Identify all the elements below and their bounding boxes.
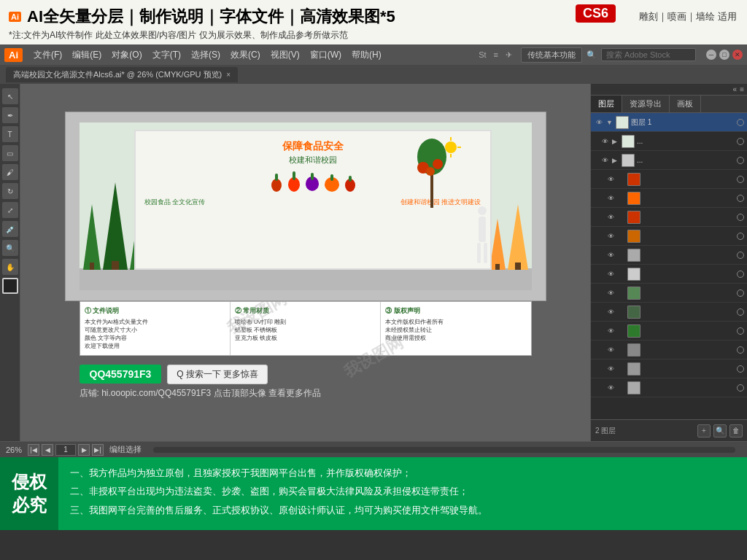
layer-item[interactable]: 👁 xyxy=(591,378,747,397)
document-tab[interactable]: 高端校园文化墙源文件Alcs6.ai* @ 26% (CMYK/GPU 预览) … xyxy=(6,67,238,82)
tab-layers[interactable]: 图层 xyxy=(591,96,622,112)
menu-effect[interactable]: 效果(C) xyxy=(225,44,266,65)
first-page-button[interactable]: |◀ xyxy=(28,444,39,456)
layer-target-circle[interactable] xyxy=(737,233,744,240)
pen-tool[interactable]: ✒ xyxy=(2,107,18,123)
layer-visibility-icon[interactable]: 👁 xyxy=(605,383,616,393)
layer-target-circle[interactable] xyxy=(737,138,744,145)
brush-tool[interactable]: 🖌 xyxy=(2,164,18,180)
layer-item[interactable]: 👁 ▼ 图层 1 xyxy=(591,113,747,132)
info-box-copyright: ③ 版权声明 本文件版权归作者所有 未经授权禁止转让 商业使用需授权 xyxy=(381,302,530,355)
layer-visibility-icon[interactable]: 👁 xyxy=(605,193,616,203)
layer-visibility-icon[interactable]: 👁 xyxy=(600,155,610,166)
svg-rect-29 xyxy=(349,176,352,182)
fill-color[interactable] xyxy=(2,278,18,294)
layer-visibility-icon[interactable]: 👁 xyxy=(600,136,610,147)
tab-label: 高端校园文化墙源文件Alcs6.ai* @ 26% (CMYK/GPU 预览) xyxy=(13,69,222,80)
workspace-button[interactable]: 传统基本功能 xyxy=(521,47,582,63)
panel-menu-btn[interactable]: ≡ xyxy=(740,85,744,93)
layers-count-label: 2 图层 xyxy=(595,426,616,436)
layer-target-circle[interactable] xyxy=(737,119,744,126)
layer-visibility-icon[interactable]: 👁 xyxy=(594,117,604,128)
layer-visibility-icon[interactable]: 👁 xyxy=(605,212,616,222)
eyedropper-tool[interactable]: 💉 xyxy=(2,221,18,237)
layer-item[interactable]: 👁 ▶ ... xyxy=(591,132,747,151)
svg-rect-32 xyxy=(477,243,481,263)
next-page-button[interactable]: ▶ xyxy=(78,444,90,456)
menu-text[interactable]: 文字(T) xyxy=(147,44,186,65)
layer-target-circle[interactable] xyxy=(737,157,744,164)
menu-window[interactable]: 窗口(W) xyxy=(305,44,347,65)
qq-badge: QQ455791F3 xyxy=(80,365,162,384)
maximize-button[interactable]: □ xyxy=(719,50,729,60)
minimize-button[interactable]: ─ xyxy=(706,50,716,60)
layer-visibility-icon[interactable]: 👁 xyxy=(605,269,616,279)
layer-item[interactable]: 👁 xyxy=(591,303,747,322)
menu-edit[interactable]: 编辑(E) xyxy=(67,44,107,65)
delete-layer-button[interactable]: 🗑 xyxy=(729,424,743,438)
layer-target-circle[interactable] xyxy=(737,346,744,354)
text-tool[interactable]: T xyxy=(2,126,18,142)
layer-visibility-icon[interactable]: 👁 xyxy=(605,326,616,336)
panel-collapse-btn[interactable]: « xyxy=(733,85,738,93)
layer-visibility-icon[interactable]: 👁 xyxy=(605,345,616,355)
search-qq-button[interactable]: Q 搜索一下 更多惊喜 xyxy=(167,365,268,384)
layer-expand-icon[interactable]: ▶ xyxy=(612,138,619,145)
layer-target-circle[interactable] xyxy=(737,327,744,335)
layer-target-circle[interactable] xyxy=(737,308,744,316)
menu-select[interactable]: 选择(S) xyxy=(186,44,225,65)
layer-item[interactable]: 👁 xyxy=(591,284,747,303)
layer-item[interactable]: 👁 xyxy=(591,246,747,265)
page-navigation: |◀ ◀ ▶ ▶| xyxy=(28,444,104,456)
layer-item[interactable]: 👁 xyxy=(591,227,747,246)
zoom-tool[interactable]: 🔍 xyxy=(2,240,18,256)
close-button[interactable]: ✕ xyxy=(732,50,743,60)
layer-visibility-icon[interactable]: 👁 xyxy=(605,250,616,260)
layers-list[interactable]: 👁 ▼ 图层 1 👁 ▶ ... 👁 ▶ ... xyxy=(591,113,747,419)
tab-close-button[interactable]: × xyxy=(226,71,231,79)
layer-item[interactable]: 👁 ▶ ... xyxy=(591,151,747,170)
menu-object[interactable]: 对象(O) xyxy=(107,44,147,65)
layer-visibility-icon[interactable]: 👁 xyxy=(605,364,616,374)
selection-tool[interactable]: ↖ xyxy=(2,88,18,104)
layer-target-circle[interactable] xyxy=(737,176,744,183)
prev-page-button[interactable]: ◀ xyxy=(42,444,53,456)
menu-view[interactable]: 视图(V) xyxy=(266,44,305,65)
h-scrollbar[interactable] xyxy=(153,447,735,453)
stock-search-input[interactable] xyxy=(601,48,696,61)
layer-item[interactable]: 👁 xyxy=(591,189,747,208)
top-header: Ai AI全矢量分层｜制作说明｜字体文件｜高清效果图*5 *注:文件为AI软件制… xyxy=(0,0,747,44)
rotate-tool[interactable]: ↻ xyxy=(2,183,18,199)
page-number-input[interactable] xyxy=(55,444,76,456)
tab-artboard[interactable]: 画板 xyxy=(670,96,701,112)
layer-item[interactable]: 👁 xyxy=(591,322,747,341)
canvas-area[interactable]: 我设图网 我设图网 我设图网 我设图网 我设图网 我设图网 xyxy=(20,84,590,441)
layer-visibility-icon[interactable]: 👁 xyxy=(605,307,616,317)
layer-target-circle[interactable] xyxy=(737,252,744,259)
layer-item[interactable]: 👁 xyxy=(591,265,747,284)
layer-item[interactable]: 👁 xyxy=(591,359,747,378)
layer-item[interactable]: 👁 xyxy=(591,208,747,227)
layer-visibility-icon[interactable]: 👁 xyxy=(605,231,616,241)
rectangle-tool[interactable]: ▭ xyxy=(2,145,18,161)
scale-tool[interactable]: ⤢ xyxy=(2,202,18,218)
menu-file[interactable]: 文件(F) xyxy=(28,44,67,65)
layer-target-circle[interactable] xyxy=(737,384,744,392)
menu-help[interactable]: 帮助(H) xyxy=(347,44,387,65)
layer-expand-icon[interactable]: ▶ xyxy=(612,157,619,164)
layer-target-circle[interactable] xyxy=(737,271,744,278)
layer-expand-icon[interactable]: ▼ xyxy=(606,119,614,126)
find-layer-button[interactable]: 🔍 xyxy=(713,424,727,438)
layer-item[interactable]: 👁 xyxy=(591,341,747,359)
tab-assets[interactable]: 资源导出 xyxy=(622,96,670,112)
layer-target-circle[interactable] xyxy=(737,365,744,373)
layer-target-circle[interactable] xyxy=(737,195,744,202)
new-layer-button[interactable]: + xyxy=(697,424,711,438)
layer-visibility-icon[interactable]: 👁 xyxy=(605,288,616,298)
layer-target-circle[interactable] xyxy=(737,214,744,221)
layer-visibility-icon[interactable]: 👁 xyxy=(605,174,616,184)
last-page-button[interactable]: ▶| xyxy=(92,444,104,456)
layer-target-circle[interactable] xyxy=(737,289,744,297)
hand-tool[interactable]: ✋ xyxy=(2,259,18,275)
layer-item[interactable]: 👁 xyxy=(591,170,747,189)
